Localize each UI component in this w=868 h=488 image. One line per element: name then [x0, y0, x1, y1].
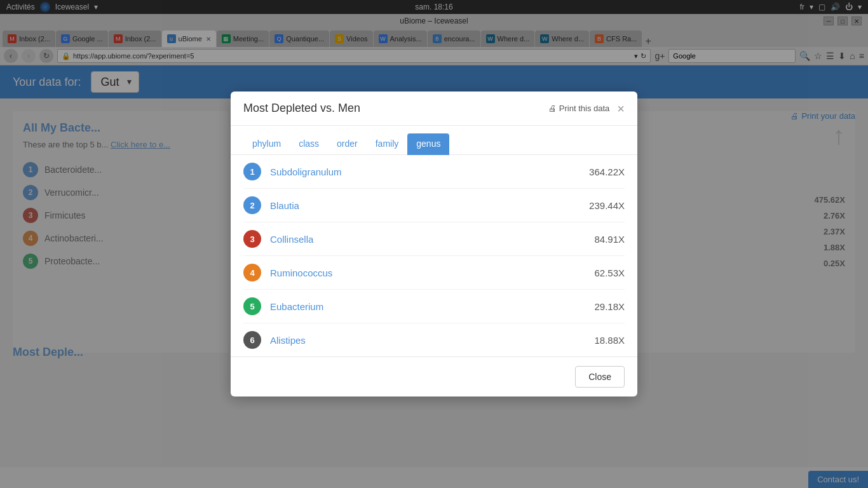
- item-name-link[interactable]: Collinsella: [270, 234, 585, 245]
- modal-list-item: 6Alistipes18.88X: [243, 323, 625, 356]
- item-num-badge: 3: [243, 230, 261, 248]
- modal-footer: Close: [231, 356, 637, 396]
- modal-header-actions: 🖨 Print this data ×: [548, 102, 625, 115]
- modal-print-label: Print this data: [559, 104, 610, 113]
- modal-close-x-button[interactable]: ×: [617, 102, 625, 115]
- item-value: 18.88X: [594, 335, 625, 346]
- item-num-badge: 6: [243, 331, 261, 349]
- modal-list-item: 3Collinsella84.91X: [243, 222, 625, 256]
- item-num-badge: 5: [243, 297, 261, 315]
- item-value: 29.18X: [594, 301, 625, 312]
- item-num-badge: 2: [243, 196, 261, 214]
- modal-list: 1Subdoligranulum364.22X2Blautia239.44X3C…: [231, 155, 637, 356]
- item-value: 62.53X: [594, 268, 625, 278]
- modal-tab-order[interactable]: order: [328, 133, 367, 155]
- modal-list-item: 2Blautia239.44X: [243, 189, 625, 222]
- item-name-link[interactable]: Ruminococcus: [270, 268, 585, 278]
- item-name-link[interactable]: Subdoligranulum: [270, 166, 580, 177]
- modal-tab-phylum[interactable]: phylum: [243, 133, 290, 155]
- item-value: 84.91X: [594, 234, 625, 245]
- modal-list-item: 1Subdoligranulum364.22X: [243, 155, 625, 189]
- modal: Most Depleted vs. Men 🖨 Print this data …: [231, 92, 637, 396]
- modal-tabs: phylumclassorderfamilygenus: [231, 126, 637, 155]
- item-num-badge: 4: [243, 264, 261, 281]
- item-num-badge: 1: [243, 163, 261, 180]
- item-name-link[interactable]: Eubacterium: [270, 301, 585, 312]
- modal-close-button[interactable]: Close: [575, 366, 625, 388]
- modal-printer-icon: 🖨: [548, 104, 557, 113]
- page-wrapper: Your data for: Gut ▼ 🖨 Print your data A…: [0, 65, 868, 467]
- modal-list-item: 5Eubacterium29.18X: [243, 290, 625, 323]
- modal-overlay[interactable]: Most Depleted vs. Men 🖨 Print this data …: [0, 0, 868, 488]
- modal-print-button[interactable]: 🖨 Print this data: [548, 104, 610, 113]
- item-value: 239.44X: [589, 200, 625, 211]
- item-name-link[interactable]: Blautia: [270, 200, 580, 211]
- modal-list-item: 4Ruminococcus62.53X: [243, 256, 625, 290]
- modal-tab-class[interactable]: class: [290, 133, 328, 155]
- modal-header: Most Depleted vs. Men 🖨 Print this data …: [231, 92, 637, 126]
- item-value: 364.22X: [589, 166, 625, 177]
- modal-tab-family[interactable]: family: [367, 133, 408, 155]
- modal-tab-genus[interactable]: genus: [407, 133, 449, 155]
- modal-title: Most Depleted vs. Men: [243, 102, 360, 115]
- item-name-link[interactable]: Alistipes: [270, 335, 585, 346]
